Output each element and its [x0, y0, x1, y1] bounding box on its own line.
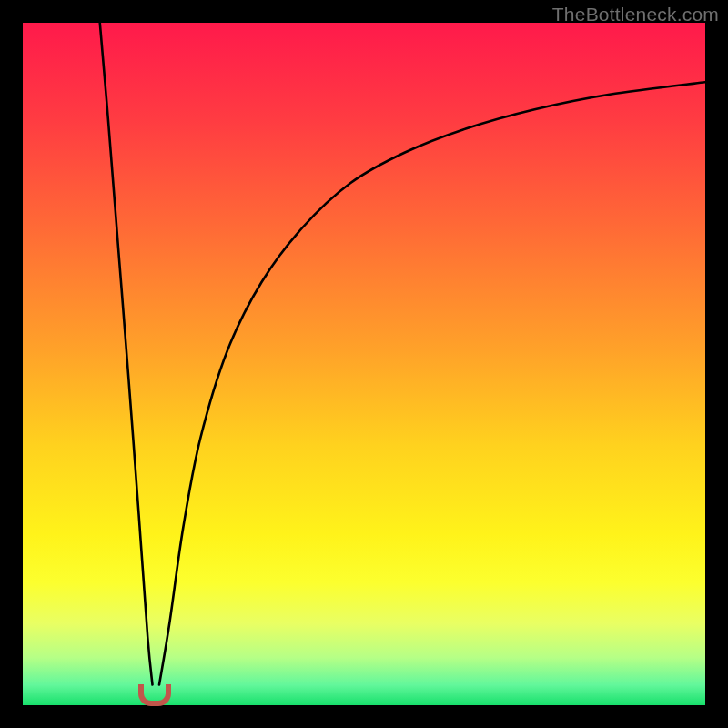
bottleneck-curve	[23, 23, 705, 705]
bottleneck-chart	[23, 23, 705, 705]
minimum-marker-icon	[138, 684, 171, 706]
